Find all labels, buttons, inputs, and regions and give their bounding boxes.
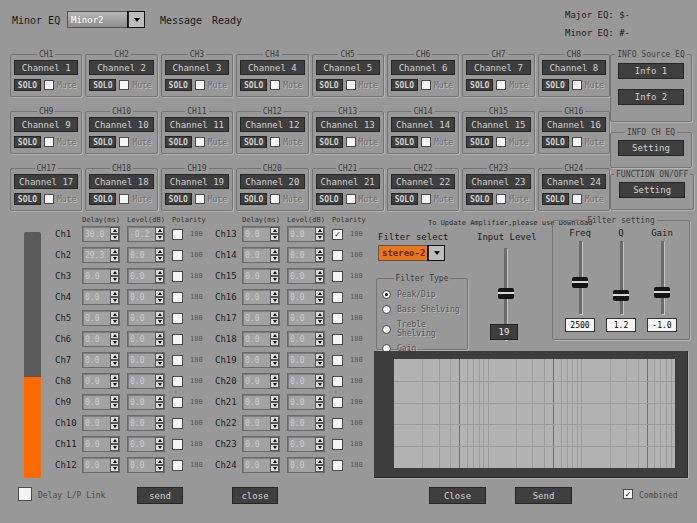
solo-button[interactable]: SOLO [165, 136, 192, 148]
solo-button[interactable]: SOLO [542, 193, 569, 205]
channel-button[interactable]: Channel 19 [165, 174, 229, 189]
spin-up-icon[interactable] [315, 458, 324, 465]
level-spinbox[interactable]: 0.0 [287, 289, 325, 305]
spin-down-icon[interactable] [155, 360, 164, 367]
spin-up-icon[interactable] [155, 332, 164, 339]
spin-down-icon[interactable] [315, 234, 324, 241]
delay-spinbox[interactable]: 0.0 [242, 352, 280, 368]
spin-down-icon[interactable] [110, 318, 119, 325]
channel-button[interactable]: Channel 2 [89, 60, 153, 75]
channel-button[interactable]: Channel 24 [542, 174, 606, 189]
spin-up-icon[interactable] [110, 332, 119, 339]
spin-up-icon[interactable] [110, 437, 119, 444]
close-button[interactable]: Close [429, 487, 486, 504]
level-spinbox[interactable]: 0.0 [127, 415, 165, 431]
spin-up-icon[interactable] [110, 353, 119, 360]
mute-checkbox[interactable] [119, 194, 129, 204]
spin-down-icon[interactable] [155, 423, 164, 430]
spin-down-icon[interactable] [110, 234, 119, 241]
spin-down-icon[interactable] [315, 381, 324, 388]
delay-spinbox[interactable]: 0.0 [242, 247, 280, 263]
mute-checkbox[interactable] [195, 194, 205, 204]
level-spinbox[interactable]: 0.0 [287, 310, 325, 326]
spin-up-icon[interactable] [315, 437, 324, 444]
spin-down-icon[interactable] [110, 381, 119, 388]
spin-down-icon[interactable] [155, 297, 164, 304]
channel-button[interactable]: Channel 20 [240, 174, 304, 189]
level-spinbox[interactable]: -0.2 [127, 226, 165, 242]
polarity-checkbox[interactable] [172, 250, 183, 261]
spin-up-icon[interactable] [315, 395, 324, 402]
close-lower-button[interactable]: close [232, 487, 278, 504]
solo-button[interactable]: SOLO [466, 79, 493, 91]
delay-spinbox[interactable]: 0.0 [82, 415, 120, 431]
polarity-checkbox[interactable] [332, 355, 343, 366]
delay-spinbox[interactable]: 29.3 [82, 247, 120, 263]
level-spinbox[interactable]: 0.0 [287, 394, 325, 410]
polarity-checkbox[interactable] [172, 355, 183, 366]
polarity-checkbox[interactable] [172, 439, 183, 450]
spin-up-icon[interactable] [155, 269, 164, 276]
polarity-checkbox[interactable] [332, 271, 343, 282]
spin-down-icon[interactable] [110, 360, 119, 367]
level-spinbox[interactable]: 0.0 [127, 352, 165, 368]
spin-up-icon[interactable] [315, 353, 324, 360]
spin-down-icon[interactable] [270, 234, 279, 241]
level-spinbox[interactable]: 0.0 [127, 331, 165, 347]
spin-down-icon[interactable] [315, 402, 324, 409]
solo-button[interactable]: SOLO [89, 136, 116, 148]
mute-checkbox[interactable] [572, 194, 582, 204]
mute-checkbox[interactable] [496, 194, 506, 204]
mute-checkbox[interactable] [195, 80, 205, 90]
delay-spinbox[interactable]: 0.0 [242, 226, 280, 242]
spin-up-icon[interactable] [315, 374, 324, 381]
level-spinbox[interactable]: 0.0 [127, 436, 165, 452]
level-spinbox[interactable]: 0.0 [287, 436, 325, 452]
spin-down-icon[interactable] [315, 423, 324, 430]
spin-down-icon[interactable] [155, 234, 164, 241]
polarity-checkbox[interactable] [172, 313, 183, 324]
slider-thumb[interactable] [572, 277, 588, 288]
polarity-checkbox[interactable] [332, 397, 343, 408]
channel-button[interactable]: Channel 7 [466, 60, 530, 75]
solo-button[interactable]: SOLO [165, 193, 192, 205]
delay-spinbox[interactable]: 0.0 [82, 457, 120, 473]
delay-spinbox[interactable]: 0.0 [242, 268, 280, 284]
mute-checkbox[interactable] [119, 80, 129, 90]
spin-down-icon[interactable] [315, 339, 324, 346]
mute-checkbox[interactable] [346, 194, 356, 204]
level-spinbox[interactable]: 0.0 [287, 226, 325, 242]
mute-checkbox[interactable] [421, 194, 431, 204]
info-1-button[interactable]: Info 1 [618, 63, 684, 79]
spin-down-icon[interactable] [270, 339, 279, 346]
level-spinbox[interactable]: 0.0 [127, 373, 165, 389]
level-spinbox[interactable]: 0.0 [127, 247, 165, 263]
channel-button[interactable]: Channel 18 [89, 174, 153, 189]
spin-down-icon[interactable] [270, 318, 279, 325]
spin-up-icon[interactable] [155, 290, 164, 297]
spin-up-icon[interactable] [270, 248, 279, 255]
solo-button[interactable]: SOLO [14, 136, 41, 148]
spin-up-icon[interactable] [110, 311, 119, 318]
mute-checkbox[interactable] [572, 80, 582, 90]
channel-button[interactable]: Channel 17 [14, 174, 78, 189]
solo-button[interactable]: SOLO [316, 79, 343, 91]
polarity-checkbox[interactable] [332, 418, 343, 429]
delay-spinbox[interactable]: 30.0 [82, 226, 120, 242]
channel-button[interactable]: Channel 1 [14, 60, 78, 75]
level-spinbox[interactable]: 0.0 [287, 331, 325, 347]
solo-button[interactable]: SOLO [14, 193, 41, 205]
spin-down-icon[interactable] [270, 402, 279, 409]
spin-up-icon[interactable] [155, 458, 164, 465]
channel-button[interactable]: Channel 5 [316, 60, 380, 75]
delay-spinbox[interactable]: 0.0 [242, 415, 280, 431]
mute-checkbox[interactable] [572, 137, 582, 147]
filter-type-option[interactable]: Treble Shelving [382, 320, 462, 338]
spin-up-icon[interactable] [155, 227, 164, 234]
solo-button[interactable]: SOLO [240, 193, 267, 205]
channel-button[interactable]: Channel 15 [466, 117, 530, 132]
level-spinbox[interactable]: 0.0 [287, 352, 325, 368]
delay-spinbox[interactable]: 0.0 [82, 436, 120, 452]
spin-down-icon[interactable] [110, 444, 119, 451]
filter-type-option[interactable]: Peak/Dip [382, 290, 462, 299]
